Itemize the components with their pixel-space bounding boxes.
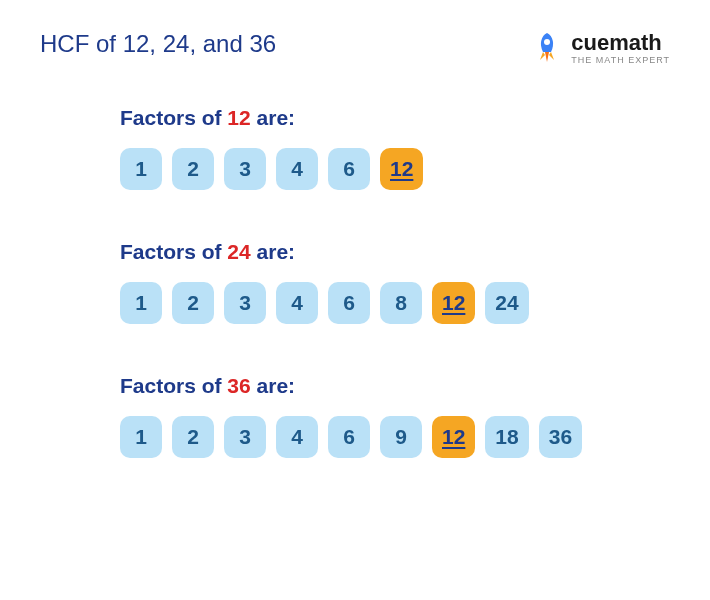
label-suffix: are: <box>251 240 295 263</box>
factor-chip: 6 <box>328 416 370 458</box>
factor-chip: 4 <box>276 148 318 190</box>
factor-label: Factors of 36 are: <box>120 374 670 398</box>
svg-point-0 <box>544 39 550 45</box>
rocket-icon <box>529 30 565 66</box>
factor-chip: 6 <box>328 282 370 324</box>
label-number: 24 <box>227 240 250 263</box>
factor-chips: 1 2 3 4 6 12 <box>120 148 670 190</box>
logo: cuemath THE MATH EXPERT <box>529 30 670 66</box>
label-prefix: Factors of <box>120 374 227 397</box>
label-suffix: are: <box>251 374 295 397</box>
factor-chip: 4 <box>276 416 318 458</box>
factor-chip-hcf: 12 <box>432 282 475 324</box>
factor-section-24: Factors of 24 are: 1 2 3 4 6 8 12 24 <box>120 240 670 324</box>
factor-chip: 18 <box>485 416 528 458</box>
logo-text-group: cuemath THE MATH EXPERT <box>571 32 670 65</box>
factor-chip-hcf: 12 <box>432 416 475 458</box>
label-suffix: are: <box>251 106 295 129</box>
label-number: 12 <box>227 106 250 129</box>
factor-label: Factors of 12 are: <box>120 106 670 130</box>
content: Factors of 12 are: 1 2 3 4 6 12 Factors … <box>40 106 670 458</box>
label-prefix: Factors of <box>120 240 227 263</box>
factor-section-36: Factors of 36 are: 1 2 3 4 6 9 12 18 36 <box>120 374 670 458</box>
logo-text: cuemath <box>571 32 670 54</box>
factor-chip-hcf: 12 <box>380 148 423 190</box>
factor-chips: 1 2 3 4 6 9 12 18 36 <box>120 416 670 458</box>
logo-tagline: THE MATH EXPERT <box>571 56 670 65</box>
factor-section-12: Factors of 12 are: 1 2 3 4 6 12 <box>120 106 670 190</box>
factor-chip: 3 <box>224 416 266 458</box>
header: HCF of 12, 24, and 36 cuemath THE MATH E… <box>40 30 670 66</box>
factor-chip: 9 <box>380 416 422 458</box>
factor-chip: 2 <box>172 282 214 324</box>
factor-chip: 6 <box>328 148 370 190</box>
factor-chip: 1 <box>120 282 162 324</box>
factor-chip: 1 <box>120 148 162 190</box>
label-prefix: Factors of <box>120 106 227 129</box>
factor-chip: 4 <box>276 282 318 324</box>
factor-chip: 24 <box>485 282 528 324</box>
factor-chip: 8 <box>380 282 422 324</box>
page-title: HCF of 12, 24, and 36 <box>40 30 276 58</box>
factor-label: Factors of 24 are: <box>120 240 670 264</box>
factor-chip: 2 <box>172 148 214 190</box>
factor-chip: 1 <box>120 416 162 458</box>
factor-chips: 1 2 3 4 6 8 12 24 <box>120 282 670 324</box>
factor-chip: 3 <box>224 282 266 324</box>
label-number: 36 <box>227 374 250 397</box>
factor-chip: 2 <box>172 416 214 458</box>
factor-chip: 3 <box>224 148 266 190</box>
factor-chip: 36 <box>539 416 582 458</box>
